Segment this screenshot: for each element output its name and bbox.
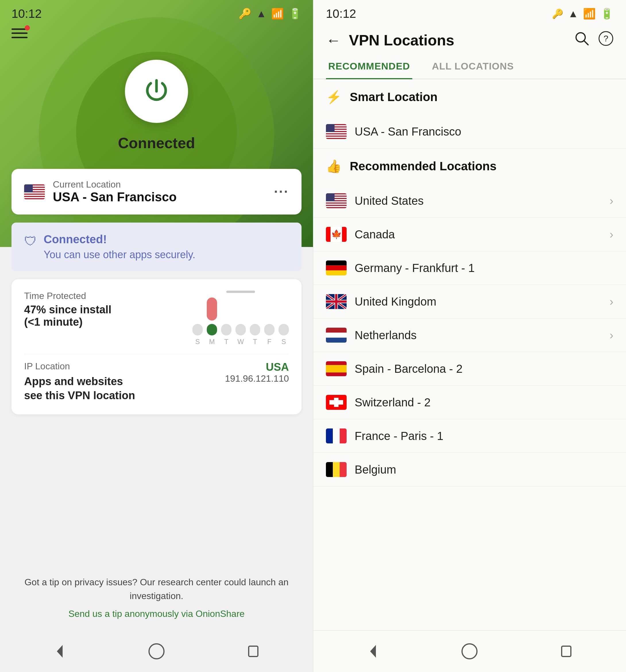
svg-rect-35 [326, 261, 346, 265]
bar-label-s2: S [282, 338, 286, 346]
recents-nav-icon-right [559, 644, 574, 659]
ip-country: USA [225, 361, 289, 373]
bar-label-t2: T [253, 338, 257, 346]
svg-rect-61 [340, 462, 346, 477]
back-nav-btn-left[interactable] [48, 640, 71, 663]
recents-nav-btn-right[interactable] [555, 640, 578, 663]
svg-rect-30 [326, 193, 335, 201]
home-nav-btn-right[interactable] [458, 640, 481, 663]
de-flag-list [326, 261, 346, 275]
more-options-button[interactable]: ··· [274, 184, 289, 199]
svg-text:🍁: 🍁 [331, 229, 342, 240]
vpn-key-icon: 🔑 [239, 8, 251, 20]
usa-san-francisco-item[interactable]: USA - San Francisco [313, 115, 626, 148]
recommended-locations-header: 👍 Recommended Locations [313, 148, 626, 184]
us-flag-item [326, 124, 346, 139]
netherlands-name: Netherlands [355, 329, 602, 342]
thumbs-up-icon: 👍 [326, 159, 342, 174]
chevron-ca: › [610, 228, 613, 241]
connected-text: Connected! You can use other apps secure… [44, 233, 195, 261]
bar-f [264, 324, 274, 335]
tip-area: Got a tip on privacy issues? Our researc… [11, 564, 302, 631]
location-label: Current Location [53, 179, 266, 190]
tab-recommended[interactable]: RECOMMENDED [326, 54, 412, 79]
bars-row: S M T W [192, 297, 289, 346]
status-icons-left: 🔑 ▲ 📶 🔋 [239, 8, 302, 20]
svg-rect-64 [562, 646, 571, 656]
connected-label: Connected [118, 135, 195, 152]
recents-nav-btn-left[interactable] [242, 640, 265, 663]
bar-item-s2: S [279, 324, 289, 346]
back-nav-icon-right [365, 644, 381, 659]
stats-top: Time Protected 47% since install(<1 minu… [24, 291, 289, 346]
list-item-belgium[interactable]: Belgium [313, 453, 626, 486]
wifi-icon-right: ▲ [568, 8, 578, 20]
week-bars: S M T W [192, 291, 289, 346]
smart-location-label: Smart Location [350, 90, 438, 104]
bottom-nav-right [313, 630, 626, 672]
svg-rect-5 [24, 195, 45, 196]
location-card[interactable]: Current Location USA - San Francisco ··· [11, 169, 302, 215]
bar-label-f: F [267, 338, 272, 346]
united-states-name: United States [355, 194, 602, 207]
svg-point-63 [462, 644, 477, 659]
power-button[interactable] [125, 60, 188, 123]
help-button[interactable]: ? [598, 31, 613, 49]
menu-badge [25, 25, 30, 30]
ip-desc: Apps and websitessee this VPN location [24, 375, 135, 403]
svg-rect-4 [24, 192, 45, 194]
signal-icon: 📶 [271, 8, 284, 20]
home-nav-icon-right [461, 643, 478, 659]
menu-button[interactable] [11, 27, 28, 40]
smart-location-item[interactable]: ⚡ Smart Location [313, 79, 626, 115]
svg-rect-22 [326, 124, 335, 132]
time-protected-label: Time Protected [24, 291, 112, 301]
list-item-uk[interactable]: United Kingdom › [313, 285, 626, 318]
back-nav-btn-right[interactable] [362, 640, 385, 663]
battery-icon-right: 🔋 [600, 8, 613, 20]
svg-rect-47 [326, 328, 346, 333]
svg-marker-62 [370, 645, 376, 658]
list-item-netherlands[interactable]: Netherlands › [313, 318, 626, 352]
svg-rect-46 [335, 294, 337, 309]
bottom-nav-left [0, 631, 313, 672]
time-right: 10:12 [326, 7, 356, 21]
bar-t2 [250, 324, 260, 335]
status-icons-right: 🔑 ▲ 📶 🔋 [552, 8, 613, 20]
tip-link[interactable]: Send us a tip anonymously via OnionShare [23, 608, 290, 619]
search-button[interactable] [574, 31, 589, 49]
tabs-bar: RECOMMENDED ALL LOCATIONS [313, 54, 626, 79]
ip-row: IP Location Apps and websitessee this VP… [24, 361, 289, 403]
svg-rect-56 [326, 429, 333, 443]
svg-rect-10 [249, 646, 258, 656]
list-item-switzerland[interactable]: Switzerland - 2 [313, 386, 626, 419]
list-item-canada[interactable]: 🍁 Canada › [313, 218, 626, 251]
shield-icon: 🛡 [24, 234, 37, 248]
ca-flag-list: 🍁 [326, 227, 346, 242]
svg-rect-29 [326, 206, 346, 207]
connected-subtitle: You can use other apps securely. [44, 249, 195, 261]
svg-rect-48 [326, 333, 346, 337]
chevron-nl: › [610, 329, 613, 342]
list-item-france[interactable]: France - Paris - 1 [313, 419, 626, 453]
svg-rect-20 [326, 135, 346, 136]
usa-sf-name: USA - San Francisco [355, 125, 613, 138]
location-info: Current Location USA - San Francisco [53, 179, 266, 204]
home-nav-btn-left[interactable] [145, 640, 168, 663]
switzerland-name: Switzerland - 2 [355, 396, 613, 409]
drag-handle[interactable] [226, 291, 255, 293]
tab-all-locations[interactable]: ALL LOCATIONS [430, 54, 516, 79]
list-item-spain[interactable]: Spain - Barcelona - 2 [313, 352, 626, 386]
time-protected: Time Protected 47% since install(<1 minu… [24, 291, 112, 328]
back-button[interactable]: ← [326, 31, 341, 49]
list-item-united-states[interactable]: United States › [313, 184, 626, 218]
svg-rect-37 [326, 270, 346, 275]
svg-marker-8 [57, 645, 63, 658]
svg-rect-58 [340, 429, 346, 443]
bar-item-s1: S [192, 324, 203, 346]
vpn-key-icon-right: 🔑 [552, 8, 563, 19]
list-item-germany[interactable]: Germany - Frankfurt - 1 [313, 251, 626, 285]
header-icons: ? [574, 31, 613, 49]
power-icon [142, 77, 171, 106]
left-panel: 10:12 🔑 ▲ 📶 🔋 Connected [0, 0, 313, 672]
